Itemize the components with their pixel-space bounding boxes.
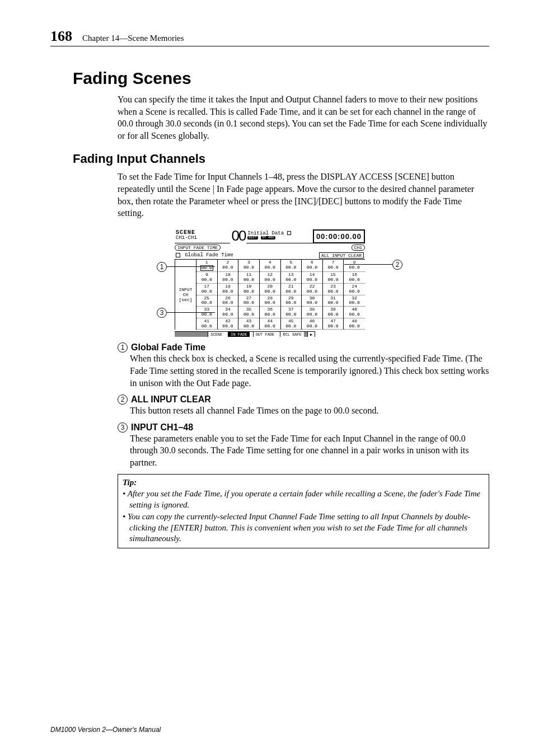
tab-scene[interactable]: SCENE [208,331,224,337]
fade-cell[interactable]: 200.0 [218,260,239,273]
fade-cell[interactable]: 2300.0 [323,284,344,295]
fade-cell-value: 00.0 [302,278,322,283]
fade-cell-value: 00.0 [196,300,217,306]
fade-cell-value: 00.0 [196,324,217,329]
tip-item: After you set the Fade Time, if you oper… [123,489,484,510]
fade-cell[interactable]: 1200.0 [260,272,281,284]
item-number-circle: 1 [118,342,128,353]
fade-cell[interactable]: 100.0 [196,260,218,273]
fade-cell[interactable]: 3100.0 [323,295,344,307]
fade-cell[interactable]: 4400.0 [260,318,281,330]
fade-cell-value: 00.0 [238,265,259,270]
tab-in-fade[interactable]: IN FADE [228,331,249,337]
fade-cell[interactable]: 2500.0 [196,295,218,307]
heading-fading-input-channels: Fading Input Channels [73,152,489,166]
fade-cell[interactable]: 1400.0 [302,272,323,284]
fade-cell[interactable]: 300.0 [238,260,260,273]
fade-cell[interactable]: 600.0 [302,260,323,273]
fade-cell[interactable]: 3800.0 [302,307,323,318]
fade-cell-value: 00.0 [323,312,344,317]
item-number-circle: 2 [118,395,128,405]
fade-cell-value: 00.0 [302,289,322,294]
fade-cell[interactable]: 4000.0 [344,307,365,318]
disk-icon [287,231,291,235]
fade-cell-value: 00.0 [323,265,344,270]
fade-cell[interactable]: 800.0 [344,260,365,273]
fade-label-ch: CH [183,292,189,297]
fade-cell-value: 00.0 [323,300,344,306]
fade-cell-value: 00.0 [344,265,365,270]
fade-cell[interactable]: 4800.0 [344,318,365,330]
fade-cell-value: 00.0 [238,300,259,306]
fade-cell-value: 00.0 [196,312,217,317]
fade-cell[interactable]: 2800.0 [260,295,281,307]
fade-cell[interactable]: 3500.0 [238,307,260,318]
fade-cell[interactable]: 2700.0 [238,295,260,307]
fade-cell-value: 00.0 [302,324,322,329]
fade-cell[interactable]: 1300.0 [281,272,302,284]
fade-cell[interactable]: 1700.0 [196,284,218,295]
fade-cell-value: 00.0 [302,300,322,306]
fade-cell[interactable]: 3600.0 [260,307,281,318]
fade-cell[interactable]: 1500.0 [323,272,344,284]
fade-time-table: INPUT CH [sec] 100.0200.0300.0400.0500.0… [175,259,365,330]
fade-cell[interactable]: 3200.0 [344,295,365,307]
fade-cell[interactable]: 1800.0 [218,284,239,295]
fade-cell[interactable]: 500.0 [281,260,302,273]
item-heading: 3INPUT CH1–48 [118,422,489,433]
fade-cell[interactable]: 4700.0 [323,318,344,330]
fade-cell[interactable]: 4500.0 [281,318,302,330]
fade-cell[interactable]: 900.0 [196,272,218,284]
tab-out-fade[interactable]: OUT FADE [253,331,277,337]
fade-cell[interactable]: 4200.0 [218,318,239,330]
tab-next-arrow[interactable]: ▶ [307,331,315,337]
lcd-title-block: Initial Data EDIT ST 48k [246,229,313,243]
fade-cell-value: 00.0 [344,278,365,283]
fade-cell-value: 00.0 [344,300,365,306]
fade-cell[interactable]: 2400.0 [344,284,365,295]
fade-cell[interactable]: 3000.0 [302,295,323,307]
st48-badge: ST 48k [261,236,275,240]
fade-cell-value: 00.0 [196,278,217,283]
fade-cell-ch: 1 [196,260,217,265]
fade-cell[interactable]: 3300.0 [196,307,218,318]
lcd-scene-number: 00 [230,229,246,243]
fade-cell[interactable]: 4600.0 [302,318,323,330]
heading-fading-scenes: Fading Scenes [73,69,489,88]
tab-rcl-safe[interactable]: RCL SAFE [280,331,304,337]
fade-cell[interactable]: 700.0 [323,260,344,273]
fade-time-grid[interactable]: 100.0200.0300.0400.0500.0600.0700.0800.0… [196,260,365,330]
fade-cell[interactable]: 3400.0 [218,307,239,318]
fade-cell[interactable]: 3700.0 [281,307,302,318]
fade-cell-value: 00.0 [260,324,280,329]
fade-cell[interactable]: 3900.0 [323,307,344,318]
fade-cell[interactable]: 2900.0 [281,295,302,307]
chapter-title: Chapter 14—Scene Memories [82,34,184,43]
item-heading: 2ALL INPUT CLEAR [118,395,489,405]
fade-cell-value: 00.0 [238,324,259,329]
fade-cell[interactable]: 400.0 [260,260,281,273]
fade-cell-value: 00.0 [281,265,302,270]
page-header: 168 Chapter 14—Scene Memories [50,28,489,46]
fade-cell[interactable]: 1600.0 [344,272,365,284]
fade-cell-value: 00.0 [344,324,365,329]
global-fade-checkbox-group[interactable]: Global Fade Time [176,252,233,258]
fade-cell[interactable]: 1900.0 [238,284,260,295]
fade-cell-value: 00.0 [218,289,238,294]
fade-cell[interactable]: 2200.0 [302,284,323,295]
fade-cell[interactable]: 1100.0 [238,272,260,284]
fade-cell-value: 00.0 [260,300,280,306]
fade-cell[interactable]: 4300.0 [238,318,260,330]
lcd-panel: SCENE CH1-CH1 00 Initial Data EDIT ST 48… [175,229,365,337]
fade-cell-value: 00.0 [302,312,322,317]
lcd-section-label: INPUT FADE TIME [175,245,221,251]
fade-cell-value: 00.0 [200,265,213,271]
fade-cell[interactable]: 2000.0 [260,284,281,295]
fade-cell[interactable]: 1000.0 [218,272,239,284]
item-label: ALL INPUT CLEAR [131,395,211,405]
fade-cell[interactable]: 4100.0 [196,318,218,330]
fade-cell[interactable]: 2600.0 [218,295,239,307]
item-description: This button resets all channel Fade Time… [130,405,489,417]
fade-cell[interactable]: 2100.0 [281,284,302,295]
all-input-clear-button[interactable]: ALL INPUT CLEAR [319,252,364,259]
